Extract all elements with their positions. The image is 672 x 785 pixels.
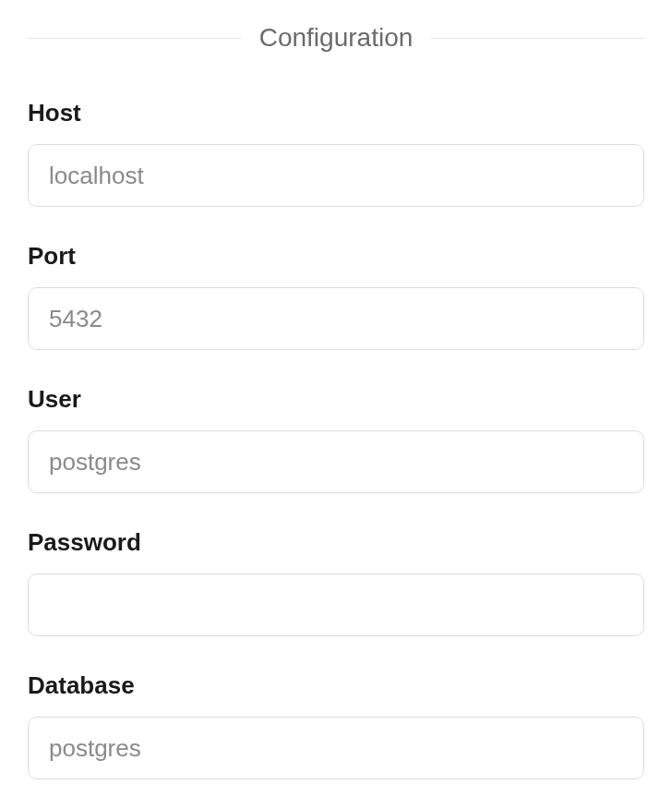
section-title: Configuration	[241, 23, 432, 53]
port-input[interactable]	[28, 287, 644, 350]
database-label: Database	[28, 671, 644, 700]
port-label: Port	[28, 242, 644, 271]
host-input[interactable]	[28, 144, 644, 207]
password-input[interactable]	[28, 574, 644, 636]
user-label: User	[28, 385, 644, 414]
divider-right	[431, 38, 644, 39]
host-group: Host	[28, 99, 644, 207]
divider-left	[28, 38, 241, 39]
user-input[interactable]	[28, 430, 644, 493]
database-input[interactable]	[28, 717, 644, 779]
port-group: Port	[28, 242, 644, 350]
password-label: Password	[28, 528, 644, 557]
password-group: Password	[28, 528, 644, 636]
user-group: User	[28, 385, 644, 493]
host-label: Host	[28, 99, 644, 127]
database-group: Database	[28, 671, 644, 779]
section-header: Configuration	[28, 23, 644, 53]
